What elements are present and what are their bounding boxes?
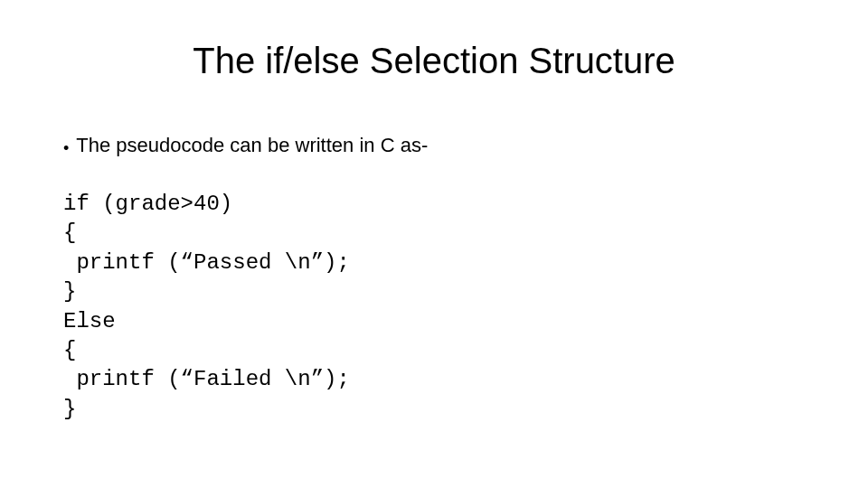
bullet-item: • The pseudocode can be written in C as- <box>63 134 428 157</box>
bullet-text: The pseudocode can be written in C as- <box>76 134 428 157</box>
code-block: if (grade>40) { printf (“Passed \n”); } … <box>63 190 350 424</box>
slide: The if/else Selection Structure • The ps… <box>0 0 868 488</box>
slide-title: The if/else Selection Structure <box>0 41 868 81</box>
bullet-dot-icon: • <box>63 140 69 156</box>
